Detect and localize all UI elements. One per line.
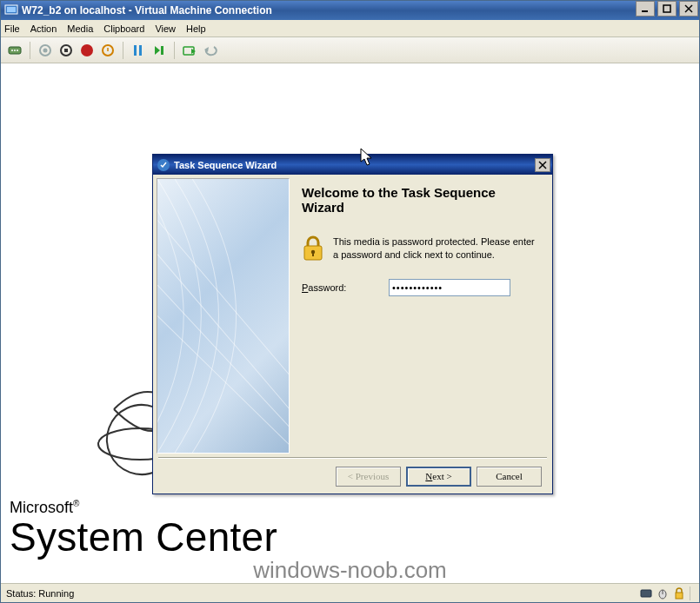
revert-button[interactable] xyxy=(202,42,219,59)
svg-rect-3 xyxy=(663,5,670,12)
pause-button[interactable] xyxy=(130,42,147,59)
brand-product: System Center xyxy=(10,517,277,557)
window-title: W72_b2 on localhost - Virtual Machine Co… xyxy=(22,4,634,17)
watermark: windows-noob.com xyxy=(1,557,699,583)
security-lock-icon xyxy=(672,586,686,600)
wizard-close-button[interactable] xyxy=(535,158,550,172)
start-button[interactable] xyxy=(37,42,54,59)
branding: Microsoft® System Center xyxy=(10,499,277,557)
save-button[interactable] xyxy=(99,42,117,59)
svg-point-9 xyxy=(17,50,18,51)
status-text: Status: Running xyxy=(6,588,74,599)
shutdown-button[interactable] xyxy=(78,42,96,59)
menu-help[interactable]: Help xyxy=(186,23,206,34)
svg-rect-32 xyxy=(676,593,683,599)
minimize-button[interactable] xyxy=(636,1,655,17)
vm-display[interactable]: Microsoft® System Center Task Sequence W… xyxy=(1,63,699,583)
menubar: File Action Media Clipboard View Help xyxy=(1,20,699,37)
svg-rect-27 xyxy=(312,252,314,256)
svg-point-8 xyxy=(14,50,16,51)
svg-point-7 xyxy=(11,50,13,51)
password-input[interactable] xyxy=(389,279,510,296)
svg-rect-14 xyxy=(139,45,142,56)
toolbar xyxy=(1,37,699,63)
menu-file[interactable]: File xyxy=(4,23,20,34)
wizard-title-text: Task Sequence Wizard xyxy=(174,160,277,170)
svg-point-10 xyxy=(43,48,48,52)
lock-icon xyxy=(302,235,324,262)
next-button[interactable]: Next > xyxy=(406,467,471,487)
menu-action[interactable]: Action xyxy=(30,23,57,34)
mouse-release-icon xyxy=(656,586,670,600)
titlebar: W72_b2 on localhost - Virtual Machine Co… xyxy=(1,1,699,20)
close-button[interactable] xyxy=(679,1,698,17)
reset-button[interactable] xyxy=(150,42,168,59)
task-sequence-wizard-dialog: Task Sequence Wizard xyxy=(152,154,553,494)
previous-button: < Previous xyxy=(336,467,401,487)
maximize-button[interactable] xyxy=(657,1,677,17)
snapshot-button[interactable] xyxy=(181,42,198,59)
menu-view[interactable]: View xyxy=(155,23,176,34)
svg-rect-11 xyxy=(64,49,68,52)
password-label: Password: xyxy=(302,282,389,293)
wizard-message: This media is password protected. Please… xyxy=(333,235,538,262)
svg-rect-1 xyxy=(7,7,16,12)
vm-app-icon xyxy=(4,3,18,17)
integration-services-icon xyxy=(639,586,653,600)
menu-clipboard[interactable]: Clipboard xyxy=(103,23,144,34)
ctrl-alt-del-button[interactable] xyxy=(6,42,23,59)
wizard-titlebar: Task Sequence Wizard xyxy=(153,155,552,175)
cancel-button[interactable]: Cancel xyxy=(477,467,542,487)
statusbar: Status: Running xyxy=(1,583,699,602)
svg-marker-15 xyxy=(155,46,160,55)
vm-connection-window: W72_b2 on localhost - Virtual Machine Co… xyxy=(0,0,700,603)
wizard-icon xyxy=(157,158,170,172)
svg-rect-29 xyxy=(641,590,651,597)
turnoff-button[interactable] xyxy=(57,42,75,59)
wizard-side-image xyxy=(157,178,290,454)
brand-reg: ® xyxy=(73,499,79,508)
menu-media[interactable]: Media xyxy=(67,23,93,34)
svg-rect-16 xyxy=(161,46,163,55)
wizard-heading: Welcome to the Task Sequence Wizard xyxy=(302,185,538,215)
svg-rect-13 xyxy=(134,45,137,56)
brand-microsoft: Microsoft xyxy=(10,499,73,516)
